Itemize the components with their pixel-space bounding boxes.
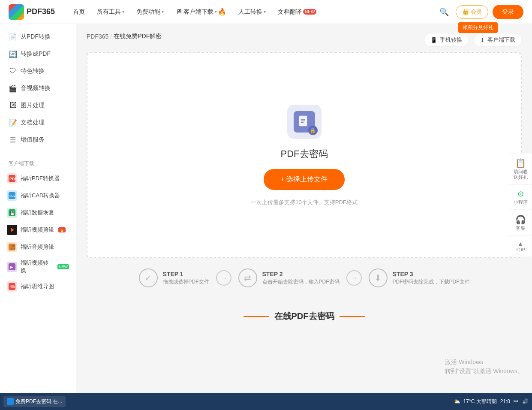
chevron-down-icon: ▾ — [264, 9, 266, 14]
service-icon: 🎧 — [515, 214, 526, 224]
tool-icon-wrap: 🔒 — [287, 105, 322, 139]
sidebar-item-from-pdf[interactable]: 📄 从PDF转换 — [0, 28, 76, 45]
sidebar-client-item-video-convert[interactable]: ▶ 福昕视频转换 NEW — [0, 256, 76, 278]
step-3: ⬇ STEP 3 PDF密码去除完成，下载PDF文件 — [369, 268, 470, 287]
step3-text: STEP 3 PDF密码去除完成，下载PDF文件 — [393, 271, 470, 286]
section-title: 在线PDF去密码 — [97, 311, 511, 322]
float-miniprogram-button[interactable]: ⊙ 小程序 — [509, 185, 532, 210]
nav-item-download[interactable]: 🖥 客户端下载 ▾ 🔥 — [171, 0, 231, 24]
new-badge: NEW — [303, 9, 316, 15]
sidebar-client-item-audio[interactable]: 🎵 福昕音频剪辑 — [0, 238, 76, 256]
to-pdf-icon: 🔄 — [9, 50, 17, 58]
taskbar: 免费PDF去密码 在... ⛅ 17°C 大部晴朗 21:0 中 🔊 — [0, 393, 532, 410]
client-download-button[interactable]: ⬇ 客户端下载 — [474, 33, 522, 47]
title-line-left — [243, 316, 269, 317]
search-button[interactable]: 🔍 — [437, 5, 451, 19]
data-recovery-icon: 💾 — [7, 208, 17, 218]
float-service-button[interactable]: 🎧 客服 — [509, 210, 532, 235]
tool-header: PDF365 / 在线免费PDF解密 📱 手机转换 ⬇ 客户端下载 — [87, 33, 522, 47]
chevron-down-icon: ▾ — [162, 9, 164, 14]
image-icon: 🖼 — [9, 101, 17, 110]
step-arrow-1: → — [216, 270, 231, 286]
media-icon: 🎬 — [9, 84, 17, 93]
svg-text:CAD: CAD — [9, 194, 15, 198]
title-line-right — [340, 316, 365, 317]
sidebar-item-image[interactable]: 🖼 图片处理 — [0, 97, 76, 114]
sys-tray: ⛅ 17°C 大部晴朗 — [454, 398, 496, 405]
sound-icon: 🔊 — [522, 398, 529, 404]
taskbar-left: 免费PDF去密码 在... — [3, 396, 66, 407]
video-edit-icon — [7, 225, 17, 235]
tool-name: PDF去密码 — [281, 148, 328, 160]
login-button[interactable]: 登录 — [493, 5, 523, 19]
taskbar-item[interactable]: 免费PDF去密码 在... — [3, 396, 66, 407]
sidebar-item-vas[interactable]: ☰ 增值服务 — [0, 131, 76, 148]
cad-converter-icon: CAD — [7, 190, 17, 201]
chevron-down-icon: ▾ — [215, 9, 217, 14]
tool-icon: 🔒 — [294, 111, 315, 133]
upload-button[interactable]: + 选择上传文件 — [264, 169, 345, 190]
mindmap-icon: 🧠 — [7, 281, 17, 292]
sidebar: 📄 从PDF转换 🔄 转换成PDF 🛡 特色转换 🎬 音视频转换 🖼 图片处理 … — [0, 24, 76, 410]
mobile-convert-button[interactable]: 📱 手机转换 — [424, 33, 469, 47]
crown-icon: 👑 — [462, 9, 469, 15]
miniprogram-icon: ⊙ — [517, 189, 524, 199]
step3-icon: ⬇ — [369, 268, 388, 287]
doc-icon: 📝 — [9, 118, 17, 127]
sidebar-client-item-mindmap[interactable]: 🧠 福昕思维导图 — [0, 278, 76, 295]
nav-item-home[interactable]: 首页 — [68, 0, 90, 24]
logo-text: PDF365 — [27, 7, 55, 16]
breadcrumb: PDF365 / 在线免费PDF解密 — [87, 33, 162, 40]
step-2: ⇄ STEP 2 点击开始去除密码，输入PDF密码 — [238, 268, 340, 287]
svg-text:🧠: 🧠 — [10, 284, 15, 289]
sidebar-client-item-recovery[interactable]: 💾 福昕数据恢复 — [0, 204, 76, 221]
sidebar-item-special[interactable]: 🛡 特色转换 — [0, 63, 76, 80]
logo[interactable]: PDF365 — [9, 4, 55, 20]
client-section-title: 客户端下载 — [0, 156, 76, 170]
video-convert-icon: ▶ — [7, 262, 17, 272]
step1-text: STEP 1 拖拽或选择PDF文件 — [163, 271, 209, 286]
chevron-down-icon: ▾ — [122, 9, 124, 14]
taskbar-right: ⛅ 17°C 大部晴朗 21:0 中 🔊 — [454, 398, 529, 405]
float-survey-button[interactable]: 📋 填问卷送好礼 — [509, 154, 532, 185]
sidebar-client-item-cad[interactable]: CAD 福昕CAD转换器 — [0, 187, 76, 204]
step-1: ✓ STEP 1 拖拽或选择PDF文件 — [139, 268, 209, 287]
logo-icon — [9, 4, 24, 20]
clock: 21:0 — [500, 398, 510, 404]
weather-icon: ⛅ — [454, 398, 460, 404]
nav-item-tools[interactable]: 所有工具 ▾ — [92, 0, 129, 24]
audio-edit-icon: 🎵 — [7, 242, 17, 252]
sidebar-item-to-pdf[interactable]: 🔄 转换成PDF — [0, 45, 76, 63]
sidebar-client-item-pdf[interactable]: PDF 福昕PDF转换器 — [0, 170, 76, 187]
from-pdf-icon: 📄 — [9, 33, 17, 41]
reward-badge[interactable]: 领积分兑好礼 — [458, 22, 498, 33]
sidebar-item-doc[interactable]: 📝 文档处理 — [0, 114, 76, 131]
nav-item-free[interactable]: 免费功能 ▾ — [131, 0, 169, 24]
svg-text:PDF: PDF — [9, 177, 15, 181]
steps-area: ✓ STEP 1 拖拽或选择PDF文件 → ⇄ STEP 2 点击开始去除密码，… — [87, 258, 522, 298]
nav-items: 首页 所有工具 ▾ 免费功能 ▾ 🖥 客户端下载 ▾ 🔥 人工转换 ▾ 文档翻译… — [68, 0, 437, 24]
vip-button[interactable]: 👑 会员 — [456, 5, 488, 19]
float-top-button[interactable]: ▲ TOP — [509, 235, 532, 256]
fire-icon: 🔥 — [218, 8, 226, 16]
step1-icon: ✓ — [139, 268, 158, 287]
lang-indicator: 中 — [514, 398, 519, 405]
sidebar-item-media[interactable]: 🎬 音视频转换 — [0, 80, 76, 97]
step2-icon: ⇄ — [238, 268, 257, 287]
special-icon: 🛡 — [9, 67, 17, 75]
vas-icon: ☰ — [9, 136, 17, 144]
step-arrow-2: → — [346, 270, 362, 286]
layout: 📄 从PDF转换 🔄 转换成PDF 🛡 特色转换 🎬 音视频转换 🖼 图片处理 … — [0, 24, 532, 410]
sidebar-client-item-video-edit[interactable]: 福昕视频剪辑 🔥 — [0, 221, 76, 238]
pdf-converter-icon: PDF — [7, 173, 17, 184]
upload-area[interactable]: 🔒 PDF去密码 + 选择上传文件 一次上传最多支持10个文件、支持PDF格式 — [87, 52, 522, 258]
top-actions: 📱 手机转换 ⬇ 客户端下载 — [424, 33, 522, 47]
nav-item-translate[interactable]: 文档翻译 NEW — [273, 0, 322, 24]
bottom-section: 在线PDF去密码 — [87, 298, 522, 331]
nav-item-manual[interactable]: 人工转换 ▾ — [233, 0, 271, 24]
svg-text:🎵: 🎵 — [10, 244, 15, 250]
new-badge: NEW — [57, 264, 69, 269]
top-arrow-icon: ▲ — [517, 240, 523, 247]
lock-icon: 🔒 — [308, 126, 318, 135]
svg-text:▶: ▶ — [10, 265, 13, 269]
